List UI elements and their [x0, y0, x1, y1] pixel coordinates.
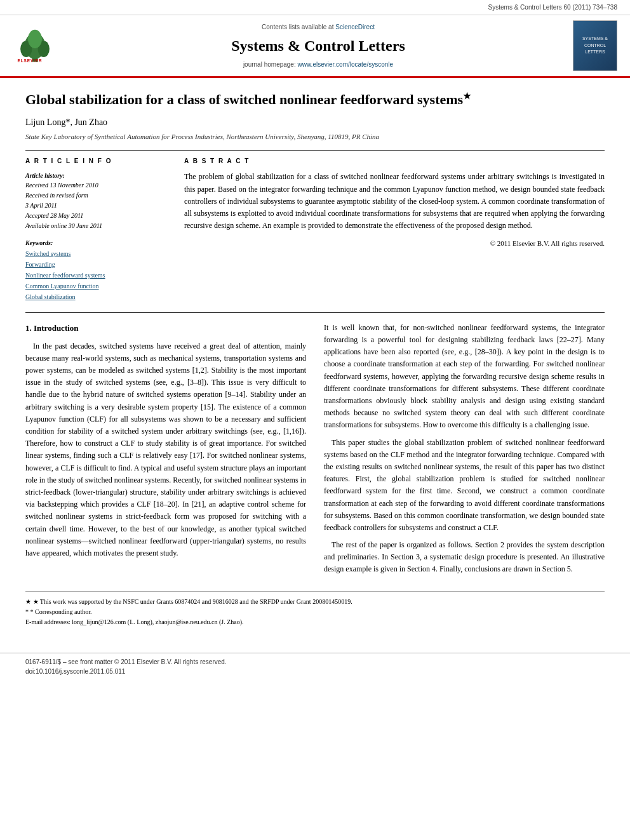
article-info-abstract: A R T I C L E I N F O Article history: R… — [25, 156, 605, 302]
sciencedirect-line: Contents lists available at ScienceDirec… — [76, 22, 560, 32]
keyword-4[interactable]: Common Lyapunov function — [25, 281, 165, 291]
history-revised-date: 3 April 2011 — [25, 201, 165, 211]
intro-para-right-3: The rest of the paper is organized as fo… — [324, 539, 605, 576]
intro-para-right-2: This paper studies the global stabilizat… — [324, 437, 605, 535]
journal-homepage: journal homepage: www.elsevier.com/locat… — [76, 60, 560, 69]
history-revised-label: Received in revised form — [25, 190, 165, 201]
svg-point-4 — [28, 29, 42, 48]
journal-title: Systems & Control Letters — [76, 34, 560, 57]
footnote-star: ★ ★ This work was supported by the NSFC … — [25, 597, 605, 607]
copyright-line: © 2011 Elsevier B.V. All rights reserved… — [184, 238, 605, 249]
svg-text:ELSEVIER: ELSEVIER — [18, 58, 43, 63]
abstract-section: A B S T R A C T The problem of global st… — [184, 156, 605, 302]
bottom-bar: 0167-6911/$ – see front matter © 2011 El… — [0, 653, 630, 680]
paper-affiliation: State Key Laboratory of Synthetical Auto… — [25, 131, 605, 142]
journal-cover-image: SYSTEMS & CONTROL LETTERS — [573, 20, 617, 71]
history-received: Received 13 November 2010 — [25, 180, 165, 190]
journal-header-center: Contents lists available at ScienceDirec… — [76, 22, 560, 69]
history-online: Available online 30 June 2011 — [25, 221, 165, 231]
history-label: Article history: — [25, 172, 65, 179]
section-1-heading: 1. Introduction — [25, 322, 306, 335]
doi-line: doi:10.1016/j.sysconle.2011.05.011 — [25, 668, 125, 675]
journal-top-bar: Systems & Control Letters 60 (2011) 734–… — [0, 0, 630, 15]
abstract-text: The problem of global stabilization for … — [184, 171, 605, 232]
intro-para-right-1: It is well known that, for non-switched … — [324, 322, 605, 432]
abstract-header: A B S T R A C T — [184, 156, 605, 166]
keyword-5[interactable]: Global stabilization — [25, 291, 165, 302]
journal-cover-area: SYSTEMS & CONTROL LETTERS — [560, 20, 617, 71]
divider-top — [25, 150, 605, 151]
journal-homepage-link[interactable]: www.elsevier.com/locate/sysconle — [298, 61, 394, 68]
journal-header: ELSEVIER Contents lists available at Sci… — [0, 15, 630, 78]
article-history: Article history: Received 13 November 20… — [25, 171, 165, 231]
issn-line: 0167-6911/$ – see front matter © 2011 El… — [25, 658, 227, 665]
paper-content: Global stabilization for a class of swit… — [0, 78, 630, 640]
keywords-label: Keywords: — [25, 239, 53, 246]
intro-para-1: In the past decades, switched systems ha… — [25, 340, 306, 559]
article-info-panel: A R T I C L E I N F O Article history: R… — [25, 156, 165, 302]
body-col-left: 1. Introduction In the past decades, swi… — [25, 322, 306, 581]
keywords-section: Keywords: Switched systems Forwarding No… — [25, 237, 165, 302]
footnote-corresponding: * * Corresponding author. — [25, 607, 605, 617]
paper-authors: Lijun Long*, Jun Zhao — [25, 116, 605, 129]
footnote-emails: E-mail addresses: long_lijun@126.com (L.… — [25, 617, 605, 627]
elsevier-logo: ELSEVIER — [13, 29, 76, 63]
footnote-section: ★ ★ This work was supported by the NSFC … — [25, 591, 605, 627]
keyword-2[interactable]: Forwarding — [25, 259, 165, 270]
journal-logo-area: ELSEVIER — [13, 29, 76, 63]
body-two-col: 1. Introduction In the past decades, swi… — [25, 322, 605, 581]
keyword-1[interactable]: Switched systems — [25, 248, 165, 259]
body-col-right: It is well known that, for non-switched … — [324, 322, 605, 581]
body-divider — [25, 312, 605, 313]
journal-volume-info: Systems & Control Letters 60 (2011) 734–… — [488, 4, 617, 11]
sciencedirect-link[interactable]: ScienceDirect — [335, 23, 375, 30]
article-info-header: A R T I C L E I N F O — [25, 156, 165, 166]
history-accepted: Accepted 28 May 2011 — [25, 211, 165, 221]
paper-title: Global stabilization for a class of swit… — [25, 91, 605, 109]
keyword-3[interactable]: Nonlinear feedforward systems — [25, 270, 165, 281]
elsevier-tree-icon: ELSEVIER — [13, 29, 57, 63]
